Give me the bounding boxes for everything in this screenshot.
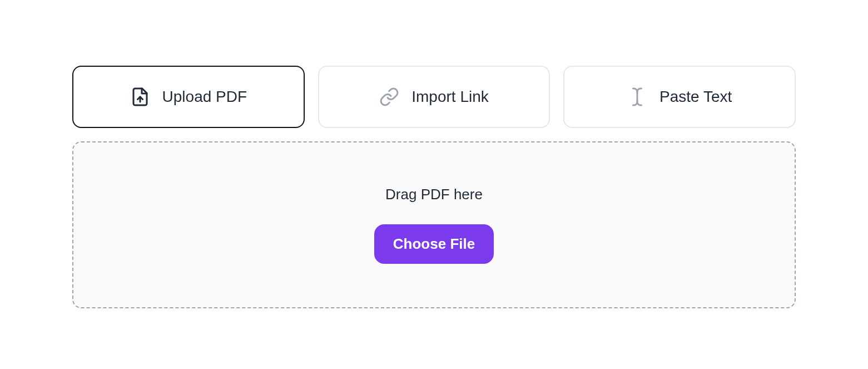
text-cursor-icon: [627, 87, 647, 107]
upload-panel: Upload PDF Import Link Paste Text: [72, 66, 796, 308]
tab-label: Import Link: [411, 88, 489, 106]
tab-label: Upload PDF: [162, 88, 247, 106]
file-up-icon: [130, 87, 150, 107]
dropzone-text: Drag PDF here: [385, 186, 483, 203]
tab-import-link[interactable]: Import Link: [318, 66, 550, 128]
dropzone[interactable]: Drag PDF here Choose File: [72, 141, 796, 308]
tab-upload-pdf[interactable]: Upload PDF: [72, 66, 305, 128]
tab-label: Paste Text: [659, 88, 732, 106]
link-icon: [379, 87, 399, 107]
tab-paste-text[interactable]: Paste Text: [563, 66, 796, 128]
choose-file-button[interactable]: Choose File: [374, 224, 494, 264]
tabs-row: Upload PDF Import Link Paste Text: [72, 66, 796, 128]
